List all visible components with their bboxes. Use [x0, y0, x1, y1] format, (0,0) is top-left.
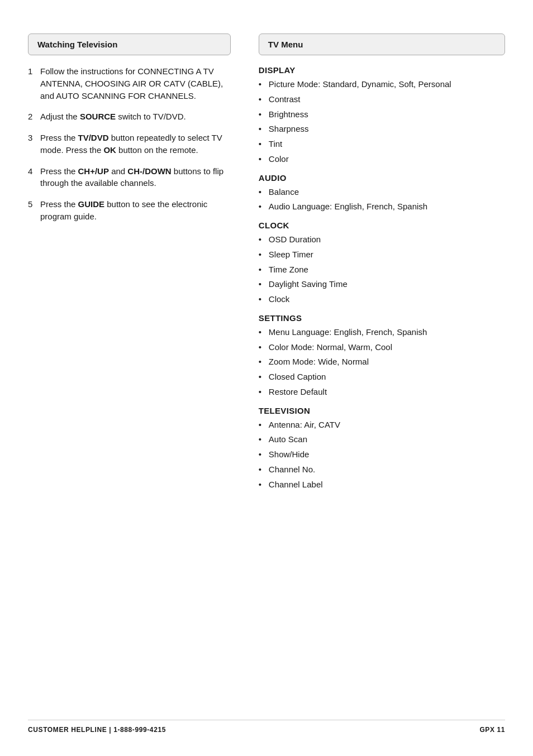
settings-item-5: •Restore Default [259, 386, 505, 398]
bullet-5: • [259, 138, 269, 150]
television-item-4: •Channel No. [259, 463, 505, 476]
clock-section: CLOCK •OSD Duration •Sleep Timer •Time Z… [259, 221, 505, 305]
bullet-1: • [259, 78, 269, 90]
audio-item-2: •Audio Language: English, French, Spanis… [259, 200, 505, 213]
bold-tvdvd: TV/DVD [78, 133, 109, 142]
audio-item-1-text: Balance [269, 186, 299, 198]
menu-sections-container: DISPLAY •Picture Mode: Standard, Dynamic… [259, 65, 505, 490]
list-text-2: Adjust the SOURCE switch to TV/DVD. [40, 111, 186, 123]
display-item-3-text: Brightness [269, 108, 308, 121]
bullet-3: • [259, 108, 269, 121]
clock-item-4: •Daylight Saving Time [259, 278, 505, 290]
main-content: Watching Television 1 Follow the instruc… [28, 34, 505, 697]
display-item-3: •Brightness [259, 108, 505, 121]
settings-item-2: •Color Mode: Normal, Warm, Cool [259, 341, 505, 353]
television-bullet-4: • [259, 463, 269, 476]
settings-bullet-3: • [259, 356, 269, 368]
clock-item-1: •OSD Duration [259, 233, 505, 246]
bullet-6: • [259, 153, 269, 165]
clock-item-2-text: Sleep Timer [269, 248, 313, 261]
television-item-3: •Show/Hide [259, 448, 505, 461]
watching-television-title: Watching Television [37, 40, 117, 49]
bold-chdown: CH-/DOWN [127, 166, 171, 176]
television-bullet-3: • [259, 448, 269, 461]
settings-item-4: •Closed Caption [259, 371, 505, 383]
clock-heading: CLOCK [259, 221, 505, 230]
list-text-1: Follow the instructions for CONNECTING A… [40, 65, 231, 102]
bullet-2: • [259, 93, 269, 106]
display-item-1-text: Picture Mode: Standard, Dynamic, Soft, P… [269, 78, 451, 90]
display-item-6-text: Color [269, 153, 289, 165]
bold-guide: GUIDE [78, 199, 105, 209]
television-heading: TELEVISION [259, 406, 505, 415]
television-list: •Antenna: Air, CATV •Auto Scan •Show/Hid… [259, 419, 505, 491]
display-item-4-text: Sharpness [269, 123, 309, 135]
television-item-1: •Antenna: Air, CATV [259, 419, 505, 431]
bold-source: SOURCE [80, 112, 116, 121]
settings-item-5-text: Restore Default [269, 386, 327, 398]
clock-item-4-text: Daylight Saving Time [269, 278, 348, 290]
display-item-2-text: Contrast [269, 93, 301, 106]
list-item-5: 5 Press the GUIDE button to see the elec… [28, 198, 231, 223]
television-item-2-text: Auto Scan [269, 433, 307, 446]
list-text-5: Press the GUIDE button to see the electr… [40, 198, 231, 223]
television-bullet-1: • [259, 419, 269, 431]
bold-ok: OK [103, 145, 116, 155]
display-list: •Picture Mode: Standard, Dynamic, Soft, … [259, 78, 505, 165]
settings-bullet-4: • [259, 371, 269, 383]
settings-heading: SETTINGS [259, 313, 505, 323]
clock-item-2: •Sleep Timer [259, 248, 505, 261]
display-section: DISPLAY •Picture Mode: Standard, Dynamic… [259, 65, 505, 165]
list-item-3: 3 Press the TV/DVD button repeatedly to … [28, 132, 231, 156]
list-number-1: 1 [28, 65, 40, 102]
clock-bullet-3: • [259, 264, 269, 276]
clock-bullet-1: • [259, 233, 269, 246]
display-item-2: •Contrast [259, 93, 505, 106]
television-bullet-5: • [259, 479, 269, 491]
list-number-2: 2 [28, 111, 40, 123]
settings-item-1-text: Menu Language: English, French, Spanish [269, 326, 427, 338]
clock-item-3-text: Time Zone [269, 264, 308, 276]
audio-item-1: •Balance [259, 186, 505, 198]
list-item-1: 1 Follow the instructions for CONNECTING… [28, 65, 231, 102]
audio-list: •Balance •Audio Language: English, Frenc… [259, 186, 505, 213]
television-item-2: •Auto Scan [259, 433, 505, 446]
watching-television-box: Watching Television [28, 34, 231, 55]
display-item-5-text: Tint [269, 138, 282, 150]
list-item-4: 4 Press the CH+/UP and CH-/DOWN buttons … [28, 165, 231, 190]
left-column: Watching Television 1 Follow the instruc… [28, 34, 248, 697]
settings-item-2-text: Color Mode: Normal, Warm, Cool [269, 341, 392, 353]
display-heading: DISPLAY [259, 65, 505, 75]
footer: CUSTOMER HELPLINE | 1-888-999-4215 GPX 1… [28, 720, 505, 734]
bullet-4: • [259, 123, 269, 135]
television-item-5-text: Channel Label [269, 479, 323, 491]
television-item-5: •Channel Label [259, 479, 505, 491]
list-text-3: Press the TV/DVD button repeatedly to se… [40, 132, 231, 156]
display-item-1: •Picture Mode: Standard, Dynamic, Soft, … [259, 78, 505, 90]
clock-list: •OSD Duration •Sleep Timer •Time Zone •D… [259, 233, 505, 305]
display-item-4: •Sharpness [259, 123, 505, 135]
list-number-4: 4 [28, 165, 40, 190]
audio-bullet-1: • [259, 186, 269, 198]
list-item-2: 2 Adjust the SOURCE switch to TV/DVD. [28, 111, 231, 123]
watching-tv-list: 1 Follow the instructions for CONNECTING… [28, 65, 231, 223]
bold-chup: CH+/UP [78, 166, 109, 176]
page-container: Watching Television 1 Follow the instruc… [0, 0, 533, 756]
settings-item-1: •Menu Language: English, French, Spanish [259, 326, 505, 338]
settings-bullet-5: • [259, 386, 269, 398]
audio-section: AUDIO •Balance •Audio Language: English,… [259, 173, 505, 213]
display-item-5: •Tint [259, 138, 505, 150]
settings-list: •Menu Language: English, French, Spanish… [259, 326, 505, 398]
tv-menu-title: TV Menu [268, 40, 303, 49]
footer-page: GPX 11 [479, 726, 505, 734]
clock-item-5-text: Clock [269, 293, 290, 305]
television-item-1-text: Antenna: Air, CATV [269, 419, 340, 431]
settings-item-3-text: Zoom Mode: Wide, Normal [269, 356, 369, 368]
clock-bullet-5: • [259, 293, 269, 305]
footer-helpline: CUSTOMER HELPLINE | 1-888-999-4215 [28, 726, 166, 734]
television-section: TELEVISION •Antenna: Air, CATV •Auto Sca… [259, 406, 505, 491]
list-number-3: 3 [28, 132, 40, 156]
list-text-4: Press the CH+/UP and CH-/DOWN buttons to… [40, 165, 231, 190]
display-item-6: •Color [259, 153, 505, 165]
list-number-5: 5 [28, 198, 40, 223]
